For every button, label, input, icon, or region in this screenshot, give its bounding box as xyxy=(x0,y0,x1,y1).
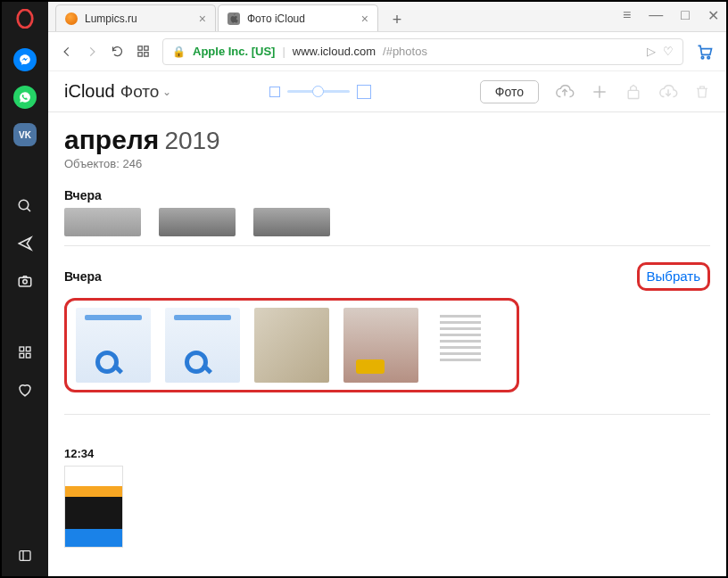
photo-thumbnail[interactable] xyxy=(64,208,141,236)
url-host: www.icloud.com xyxy=(293,45,376,58)
tab-title: Фото iCloud xyxy=(247,12,305,25)
favicon-icon xyxy=(65,12,78,25)
highlight-ring: Выбрать xyxy=(637,262,710,291)
tab-title: Lumpics.ru xyxy=(85,12,137,25)
tab-strip: Lumpics.ru × Фото iCloud × + ≡ — □ ✕ xyxy=(48,2,726,32)
url-field[interactable]: 🔒 Apple Inc. [US] | www.icloud.com/#phot… xyxy=(162,38,683,65)
svg-point-0 xyxy=(18,10,33,28)
minimize-button[interactable]: — xyxy=(649,7,663,24)
nav-forward-icon[interactable] xyxy=(86,45,98,58)
photo-thumbnail[interactable] xyxy=(76,308,151,383)
svg-point-16 xyxy=(707,56,710,58)
opera-logo-icon[interactable] xyxy=(13,7,37,30)
date-group-label: Вчера xyxy=(64,269,102,284)
svg-rect-3 xyxy=(19,277,31,286)
icloud-brand[interactable]: iCloud xyxy=(64,81,115,102)
time-group-label: 12:34 xyxy=(64,447,710,460)
browser-tab[interactable]: Lumpics.ru × xyxy=(55,4,216,31)
chevron-down-icon[interactable]: ⌄ xyxy=(162,86,171,98)
svg-rect-13 xyxy=(138,53,142,56)
icloud-toolbar: iCloud Фото ⌄ Фото xyxy=(48,71,726,112)
photo-thumbnail[interactable] xyxy=(343,308,418,383)
address-bar: 🔒 Apple Inc. [US] | www.icloud.com/#phot… xyxy=(48,32,726,71)
opera-sidebar: VK xyxy=(2,2,48,576)
slider-track[interactable] xyxy=(287,90,350,93)
year-title: 2019 xyxy=(164,127,219,154)
nav-back-icon[interactable] xyxy=(61,45,73,58)
ev-badge: Apple Inc. [US] xyxy=(193,45,275,58)
svg-rect-5 xyxy=(20,347,24,351)
photo-thumbnail[interactable] xyxy=(433,308,508,383)
select-link[interactable]: Выбрать xyxy=(647,268,700,284)
url-path: /#photos xyxy=(383,45,427,58)
sidebar-toggle-icon[interactable] xyxy=(13,544,37,567)
send-page-icon[interactable]: ▷ xyxy=(647,45,656,58)
svg-rect-6 xyxy=(26,347,30,351)
bookmark-icon[interactable]: ♡ xyxy=(663,45,674,58)
photo-thumbnail[interactable] xyxy=(64,466,123,548)
reload-icon[interactable] xyxy=(111,45,124,58)
photo-thumbnail[interactable] xyxy=(253,208,330,236)
photos-tab-button[interactable]: Фото xyxy=(480,80,539,103)
maximize-button[interactable]: □ xyxy=(681,7,690,24)
svg-rect-7 xyxy=(20,353,24,358)
month-title: апреля xyxy=(64,125,159,154)
photo-grid-content: апреля2019 Объектов: 246 Вчера Вчера Выб… xyxy=(48,112,726,576)
date-group-label: Вчера xyxy=(64,188,710,202)
svg-point-1 xyxy=(19,200,29,210)
tab-close-icon[interactable]: × xyxy=(361,12,368,26)
trash-icon[interactable] xyxy=(694,84,710,100)
zoom-out-icon[interactable] xyxy=(269,87,280,97)
browser-tab-active[interactable]: Фото iCloud × xyxy=(218,4,378,31)
window-controls: ≡ — □ ✕ xyxy=(623,7,719,24)
photo-thumbnail[interactable] xyxy=(159,208,236,236)
search-icon[interactable] xyxy=(13,194,37,218)
whatsapp-icon[interactable] xyxy=(13,86,37,109)
download-icon[interactable] xyxy=(658,82,678,102)
zoom-in-icon[interactable] xyxy=(357,85,371,99)
new-tab-button[interactable]: + xyxy=(385,8,409,31)
add-icon[interactable] xyxy=(591,83,608,101)
close-window-button[interactable]: ✕ xyxy=(707,7,719,24)
slider-knob[interactable] xyxy=(312,86,324,97)
favicon-icon xyxy=(228,12,240,25)
heart-icon[interactable] xyxy=(13,378,37,401)
svg-point-15 xyxy=(701,56,704,58)
svg-rect-14 xyxy=(145,53,148,56)
lock-icon: 🔒 xyxy=(172,45,186,58)
tab-close-icon[interactable]: × xyxy=(199,12,206,26)
zoom-slider[interactable] xyxy=(269,85,371,99)
object-count: Объектов: 246 xyxy=(64,157,710,170)
cart-icon[interactable] xyxy=(696,43,714,61)
svg-line-2 xyxy=(27,208,30,211)
messenger-icon[interactable] xyxy=(13,48,37,71)
upload-icon[interactable] xyxy=(555,82,575,102)
svg-rect-9 xyxy=(20,551,30,561)
thumbnail-row xyxy=(64,208,710,236)
camera-icon[interactable] xyxy=(13,269,37,293)
highlight-photo-group xyxy=(64,298,519,392)
menu-icon[interactable]: ≡ xyxy=(623,7,631,24)
icloud-section-dropdown[interactable]: Фото xyxy=(120,82,160,102)
photo-thumbnail[interactable] xyxy=(165,308,240,383)
photo-thumbnail[interactable] xyxy=(254,308,329,383)
apps-icon[interactable] xyxy=(13,341,37,364)
svg-rect-11 xyxy=(138,46,142,50)
vk-icon[interactable]: VK xyxy=(13,123,37,146)
speed-dial-icon[interactable] xyxy=(136,45,150,58)
share-icon[interactable] xyxy=(625,83,642,101)
svg-rect-8 xyxy=(26,353,30,358)
svg-rect-19 xyxy=(628,90,639,98)
svg-point-4 xyxy=(23,280,28,285)
svg-rect-12 xyxy=(145,46,148,50)
send-icon[interactable] xyxy=(13,232,37,255)
